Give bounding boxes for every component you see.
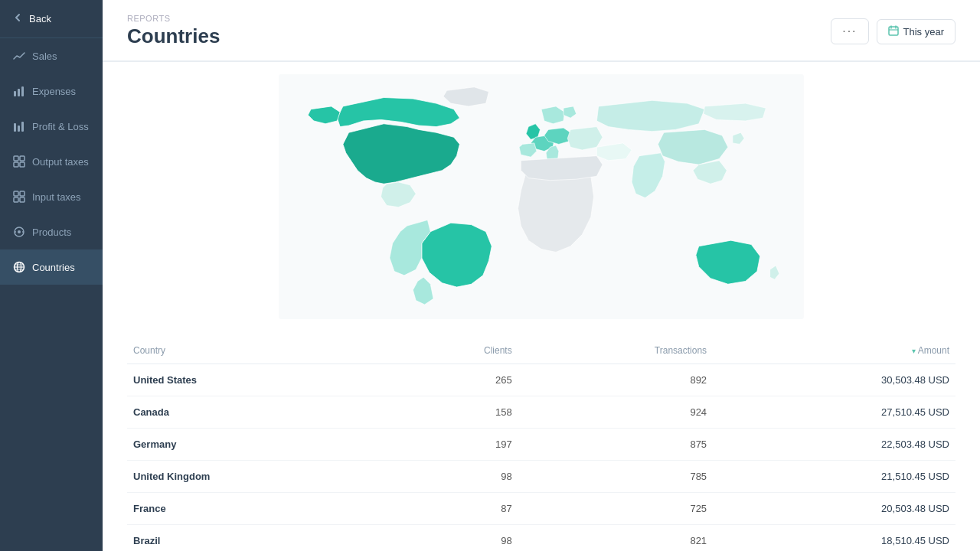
col-country: Country	[127, 337, 397, 364]
svg-rect-23	[889, 27, 898, 35]
cell-amount: 30,503.48 USD	[713, 364, 956, 396]
globe-icon	[12, 260, 26, 274]
svg-rect-5	[21, 122, 24, 132]
expenses-icon	[12, 84, 26, 98]
svg-rect-7	[20, 156, 24, 161]
cell-amount: 18,510.45 USD	[713, 525, 956, 552]
cell-transactions: 785	[518, 461, 713, 493]
this-year-button[interactable]: This year	[877, 19, 956, 44]
cell-country: United States	[127, 364, 397, 396]
page-header: REPORTS Countries ··· This year	[103, 0, 980, 62]
map-container	[103, 62, 980, 337]
svg-point-16	[15, 231, 16, 233]
cell-amount: 21,510.45 USD	[713, 461, 956, 493]
header-left: REPORTS Countries	[127, 14, 220, 48]
main-content: REPORTS Countries ··· This year	[103, 0, 980, 551]
cell-transactions: 892	[518, 364, 713, 396]
table-header: Country Clients Transactions ▾Amount	[127, 337, 956, 364]
table-row: United Kingdom 98 785 21,510.45 USD	[127, 461, 956, 493]
back-icon	[12, 12, 23, 25]
svg-rect-1	[18, 89, 20, 96]
svg-rect-11	[20, 191, 24, 196]
cell-clients: 98	[397, 525, 518, 552]
cell-country: Canada	[127, 396, 397, 429]
col-amount[interactable]: ▾Amount	[713, 337, 956, 364]
header-right: ··· This year	[831, 18, 956, 44]
input-taxes-icon	[12, 190, 26, 204]
sort-desc-icon: ▾	[912, 347, 916, 355]
sidebar-label-expenses: Expenses	[32, 86, 76, 97]
table-body: United States 265 892 30,503.48 USD Cana…	[127, 364, 956, 552]
svg-rect-10	[14, 191, 18, 196]
svg-rect-0	[14, 91, 16, 96]
profit-loss-icon	[12, 119, 26, 133]
svg-rect-4	[18, 126, 20, 132]
sidebar-label-countries: Countries	[32, 262, 75, 273]
table-row: Canada 158 924 27,510.45 USD	[127, 396, 956, 429]
reports-label: REPORTS	[127, 14, 220, 23]
table-row: Brazil 98 821 18,510.45 USD	[127, 525, 956, 552]
sidebar-label-input-taxes: Input taxes	[32, 191, 81, 203]
col-clients: Clients	[397, 337, 518, 364]
sidebar-item-input-taxes[interactable]: Input taxes	[0, 179, 103, 214]
table-row: United States 265 892 30,503.48 USD	[127, 364, 956, 396]
products-icon	[12, 225, 26, 239]
sidebar: Back Sales Expenses Profit & Los	[0, 0, 103, 551]
sidebar-label-output-taxes: Output taxes	[32, 156, 89, 168]
page-title: Countries	[127, 24, 220, 48]
svg-rect-6	[14, 156, 18, 161]
table-row: Germany 197 875 22,503.48 USD	[127, 429, 956, 461]
cell-transactions: 924	[518, 396, 713, 429]
back-label: Back	[29, 13, 51, 24]
cell-country: Germany	[127, 429, 397, 461]
cell-country: Brazil	[127, 525, 397, 552]
cell-amount: 20,503.48 USD	[713, 493, 956, 525]
sidebar-label-products: Products	[32, 227, 71, 238]
svg-rect-12	[14, 197, 18, 202]
cell-clients: 265	[397, 364, 518, 396]
back-button[interactable]: Back	[0, 0, 103, 38]
svg-rect-8	[14, 162, 18, 167]
col-transactions: Transactions	[518, 337, 713, 364]
sidebar-item-output-taxes[interactable]: Output taxes	[0, 144, 103, 179]
output-taxes-icon	[12, 155, 26, 168]
cell-clients: 197	[397, 429, 518, 461]
this-year-label: This year	[903, 26, 944, 37]
sales-icon	[12, 49, 26, 63]
svg-rect-2	[21, 86, 24, 96]
sidebar-item-products[interactable]: Products	[0, 214, 103, 249]
cell-transactions: 821	[518, 525, 713, 552]
calendar-icon	[888, 25, 899, 38]
sidebar-item-profit-loss[interactable]: Profit & Loss	[0, 109, 103, 144]
sidebar-label-profit-loss: Profit & Loss	[32, 121, 89, 132]
cell-clients: 87	[397, 493, 518, 525]
sidebar-item-sales[interactable]: Sales	[0, 38, 103, 73]
sidebar-item-countries[interactable]: Countries	[0, 249, 103, 285]
cell-amount: 22,503.48 USD	[713, 429, 956, 461]
cell-clients: 98	[397, 461, 518, 493]
svg-point-17	[22, 231, 24, 233]
cell-country: France	[127, 493, 397, 525]
countries-table: Country Clients Transactions ▾Amount Uni…	[127, 337, 956, 551]
world-map	[127, 74, 956, 319]
sidebar-item-expenses[interactable]: Expenses	[0, 73, 103, 109]
sidebar-label-sales: Sales	[32, 51, 57, 62]
cell-country: United Kingdom	[127, 461, 397, 493]
data-table-container: Country Clients Transactions ▾Amount Uni…	[103, 337, 980, 551]
cell-transactions: 725	[518, 493, 713, 525]
cell-clients: 158	[397, 396, 518, 429]
cell-amount: 27,510.45 USD	[713, 396, 956, 429]
svg-rect-3	[14, 123, 16, 132]
cell-transactions: 875	[518, 429, 713, 461]
svg-point-15	[18, 230, 21, 233]
more-button[interactable]: ···	[831, 18, 868, 44]
svg-rect-9	[20, 162, 24, 167]
svg-rect-13	[20, 197, 24, 202]
table-row: France 87 725 20,503.48 USD	[127, 493, 956, 525]
